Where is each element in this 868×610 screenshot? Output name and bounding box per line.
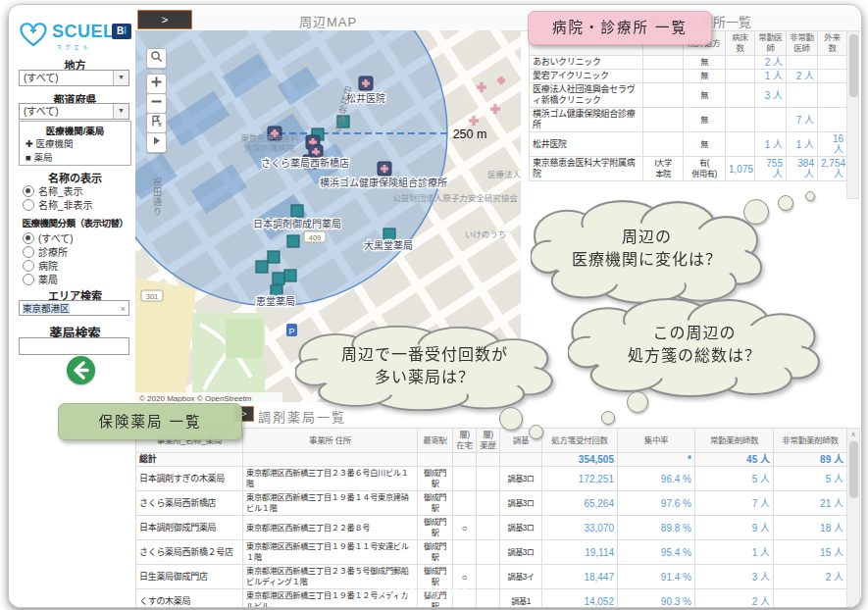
radio-icon[interactable] bbox=[23, 232, 34, 244]
map-zoom-in-button[interactable] bbox=[146, 74, 167, 94]
column-header: 外来数 bbox=[818, 31, 847, 56]
category-title: 医療機関分類（表示切替） bbox=[19, 216, 131, 229]
map-label-ikenouchi: いけのうち bbox=[465, 229, 507, 239]
table-cell bbox=[643, 70, 684, 83]
table-cell bbox=[787, 83, 818, 108]
radio-icon[interactable] bbox=[23, 246, 34, 258]
table-cell: 東京都港区西新橋三丁目１９番１１号安達ビル１階 bbox=[243, 540, 418, 565]
radio-icon[interactable] bbox=[23, 199, 34, 211]
table-cell: 5 人 bbox=[774, 467, 847, 491]
table-cell: 21 人 bbox=[774, 491, 847, 516]
radio-cat-hospital[interactable]: 病院 bbox=[23, 258, 58, 273]
table-cell: 172,251 bbox=[542, 467, 618, 491]
svg-text:301: 301 bbox=[146, 292, 159, 301]
table-cell: I大学 本院 bbox=[643, 157, 684, 181]
hospital-table[interactable]: 院外処方病床数常勤医師非常勤医師外来数 あおいクリニック無2 人愛宕アイクリニッ… bbox=[529, 30, 847, 181]
table-cell: 1 人 bbox=[755, 132, 787, 157]
radio-cat-pharmacy[interactable]: 薬局 bbox=[23, 272, 58, 286]
radio-icon[interactable] bbox=[23, 260, 34, 272]
column-header: 集中率 bbox=[618, 429, 695, 453]
radio-name-show[interactable]: 名称_表示 bbox=[23, 183, 83, 198]
table-row[interactable]: 日本調剤御成門薬局東京都港区西新橋三丁目２２番８号御成門駅○調基3ロ33,070… bbox=[136, 516, 847, 540]
table-row[interactable]: 総計354,505*45 人89 人 bbox=[136, 453, 847, 467]
bi-badge: BI bbox=[112, 24, 131, 39]
radio-icon[interactable] bbox=[23, 185, 34, 197]
table-cell bbox=[243, 453, 418, 467]
table-cell bbox=[643, 132, 684, 157]
map-clear-pin-button[interactable] bbox=[146, 113, 167, 133]
scroll-up-icon[interactable]: ∧ bbox=[847, 431, 859, 438]
table-cell: 97.6 % bbox=[618, 491, 695, 516]
table-row[interactable]: 日本調剤すぎの木薬局東京都港区西新橋三丁目２３番６号白川ビル１階御成門駅調基3ロ… bbox=[136, 467, 847, 491]
table-row[interactable]: 横浜ゴム健康保険組合診療所無7 人 bbox=[530, 108, 847, 132]
table-cell bbox=[818, 108, 847, 132]
table-cell: 愛宕アイクリニック bbox=[530, 70, 643, 83]
table-cell bbox=[726, 70, 755, 83]
table-row[interactable]: さくら薬局西新橋店東京都港区西新橋三丁目１９番１４号東京建硝ビル１階御成門駅調基… bbox=[136, 491, 847, 516]
route-shield-409: 409 bbox=[304, 231, 326, 242]
table-cell bbox=[477, 589, 500, 609]
pharmacy-table[interactable]: 事業所_名称_薬局事業所 住所最寄駅層) 在宅層) 薬歴調基処方箋受付回数集中率… bbox=[135, 428, 847, 608]
prefecture-dropdown[interactable]: (すべて) ▼ bbox=[19, 103, 129, 120]
table-cell bbox=[643, 56, 684, 70]
map-titlebar: > 周辺MAP bbox=[135, 9, 521, 31]
map-legend: 医療機関/薬局 ✚ 医療機関 ■ 薬局 bbox=[19, 121, 131, 166]
legend-pharmacy: ■ 薬局 bbox=[26, 150, 52, 164]
table-cell bbox=[774, 589, 847, 609]
map-search-tool-button[interactable] bbox=[146, 48, 167, 69]
table-cell: 東京都港区西新橋三丁目２２番８号 bbox=[243, 516, 418, 540]
map-label-yokohama: 横浜ゴム健康保険組合診療所 bbox=[320, 177, 447, 188]
table-cell bbox=[477, 565, 500, 589]
table-row[interactable]: 愛宕アイクリニック無1 人2 人 bbox=[530, 70, 847, 83]
radio-cat-clinic[interactable]: 診療所 bbox=[23, 244, 68, 259]
brand-name: SCUEL bbox=[52, 22, 115, 42]
table-row[interactable]: 東京慈恵会医科大学附属病院I大学 本院有( 併用有)1,075755 人384 … bbox=[530, 157, 847, 181]
heart-logo-icon bbox=[19, 21, 48, 52]
table-row[interactable]: あおいクリニック無2 人 bbox=[530, 56, 847, 70]
table-cell bbox=[726, 108, 755, 132]
table-row[interactable]: さくら薬局西新橋２号店東京都港区西新橋三丁目１９番１１号安達ビル１階御成門駅調基… bbox=[136, 540, 847, 565]
map-label-daikokudo: 大黒堂薬局 bbox=[364, 239, 413, 251]
table-cell: ○ bbox=[453, 516, 477, 540]
map-play-button[interactable] bbox=[146, 132, 167, 153]
chevron-down-icon[interactable]: ▼ bbox=[113, 71, 128, 85]
radio-icon[interactable] bbox=[23, 274, 34, 285]
pharmacy-scrollbar[interactable]: ∧ bbox=[846, 428, 860, 607]
legend-title: 医療機関/薬局 bbox=[20, 124, 130, 137]
table-cell: 14,052 bbox=[542, 589, 618, 609]
table-cell: 日本調剤すぎの木薬局 bbox=[136, 467, 243, 491]
table-cell: 1 人 bbox=[695, 540, 774, 565]
radio-name-hide[interactable]: 名称_非表示 bbox=[23, 197, 93, 212]
table-cell: 18,447 bbox=[542, 565, 618, 589]
legend-medical: ✚ 医療機関 bbox=[26, 136, 74, 150]
region-dropdown[interactable]: (すべて) ▼ bbox=[19, 70, 129, 86]
table-cell: 日生薬局御成門店 bbox=[136, 565, 243, 589]
column-header: 事業所 住所 bbox=[243, 429, 418, 453]
app-logo: SCUEL スクエル BI bbox=[19, 19, 131, 62]
table-cell: 無 bbox=[684, 70, 726, 83]
table-row[interactable]: 医療法人社団進興会セラヴィ新橋クリニック無3 人 bbox=[530, 83, 847, 108]
table-cell bbox=[787, 56, 818, 70]
table-cell: 御成門駅 bbox=[418, 491, 453, 516]
area-search-input[interactable]: 東京都港区 × bbox=[19, 300, 129, 316]
table-cell: 89 人 bbox=[774, 453, 847, 467]
table-cell: 89.8 % bbox=[618, 516, 695, 540]
map-label-sakura: さくら薬局西新橋店 bbox=[261, 157, 349, 169]
svg-text:409: 409 bbox=[309, 233, 322, 242]
back-button[interactable] bbox=[67, 356, 95, 384]
hospital-scrollbar[interactable] bbox=[846, 30, 859, 199]
radio-cat-all[interactable]: (すべて) bbox=[23, 230, 74, 245]
map-zoom-out-button[interactable] bbox=[146, 93, 167, 114]
table-row[interactable]: くすの木薬局東京都港区西新橋三丁目１９番１２号メディカルビル御成門駅調基114,… bbox=[136, 589, 847, 609]
table-cell: 総計 bbox=[136, 453, 243, 467]
table-cell: 90.3 % bbox=[618, 589, 695, 609]
table-cell: 無 bbox=[684, 56, 726, 70]
table-cell: 2 人 bbox=[774, 565, 847, 589]
pharmacy-search-input[interactable] bbox=[19, 337, 129, 355]
clear-icon[interactable]: × bbox=[121, 302, 126, 317]
table-row[interactable]: 日生薬局御成門店東京都港区西新橋三丁目２３番５号御成門郵船ビルディング１階御成門… bbox=[136, 565, 847, 589]
table-cell: 1 人 bbox=[755, 70, 787, 83]
table-row[interactable]: 松井医院無1 人1 人16 人 bbox=[530, 132, 847, 157]
screenshot-stage: SCUEL スクエル BI 地方 (すべて) ▼ 都道府県 (すべて) ▼ 医療… bbox=[0, 0, 868, 610]
chevron-down-icon[interactable]: ▼ bbox=[113, 104, 128, 119]
